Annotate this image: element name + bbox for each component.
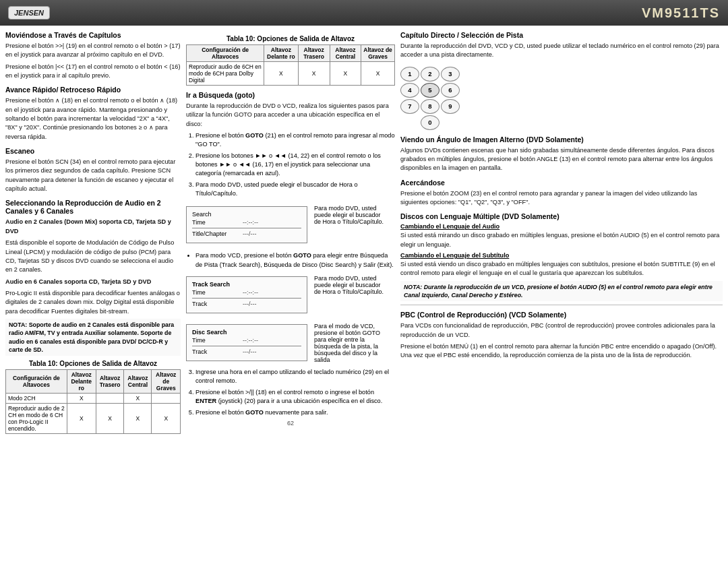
table2-row0-col2: X bbox=[298, 62, 330, 86]
numpad-0[interactable]: 0 bbox=[421, 115, 439, 130]
tracksearch-time-row: Time --:--:-- bbox=[192, 289, 301, 296]
column-middle: Tabla 10: Opciones de Salida de Altavoz … bbox=[186, 31, 395, 557]
column-left: Moviéndose a Través de Capítulos Presion… bbox=[5, 31, 181, 557]
brand-logo: JENSEN bbox=[8, 6, 50, 20]
discos-title: Discos con Lenguaje Múltiple (DVD Solame… bbox=[400, 212, 723, 220]
pbc-title: PBC (Control de Reproducción) (VCD Solam… bbox=[400, 311, 723, 319]
tracksearch-track-value: ---/--- bbox=[243, 301, 256, 307]
table1-row1-col2: X bbox=[96, 404, 124, 434]
search-box3: Disc Search Time --:--:-- Track ---/--- bbox=[186, 324, 307, 361]
table1-row1-col0: Reproducir audio de 2 CH en modo de 6 CH… bbox=[6, 404, 67, 434]
search-boxes-row3: Disc Search Time --:--:-- Track ---/--- … bbox=[186, 320, 395, 365]
table1-row0-col0: Modo 2CH bbox=[6, 394, 67, 404]
divider bbox=[400, 305, 723, 305]
section-avance-title: Avance Rápido/ Retroceso Rápido bbox=[5, 86, 181, 94]
discsearch-track-label: Track bbox=[192, 348, 243, 355]
viendo-para: Algunos DVDs contienen escenas que han s… bbox=[400, 146, 723, 173]
discos-nota: NOTA: Durante la reproducción de un VCD,… bbox=[400, 281, 723, 302]
table1: Configuración de Altavoces Altavoz Delan… bbox=[5, 369, 181, 434]
table1-header-2: Altavoz Trasero bbox=[96, 370, 124, 394]
goto-steps2: Ingrese una hora en el campo utilizando … bbox=[186, 368, 395, 417]
table1-row0-col2 bbox=[96, 394, 124, 404]
numpad: 1 2 3 4 5 6 7 8 9 0 bbox=[400, 67, 460, 130]
numpad-7[interactable]: 7 bbox=[400, 99, 419, 114]
table2-row0-col0: Reproducir audio de 6CH en modo de 6CH p… bbox=[187, 62, 264, 86]
table1-header-1: Altavoz Delante ro bbox=[67, 370, 96, 394]
goto-step6: Presione el botón GOTO nuevamente para s… bbox=[195, 408, 395, 417]
numpad-2[interactable]: 2 bbox=[421, 67, 439, 82]
table2-row0-col1: X bbox=[264, 62, 298, 86]
discsearch-track-row: Track ---/--- bbox=[192, 348, 301, 355]
search-row-time: Time --:--:-- bbox=[192, 219, 301, 226]
table2-row0-col4: X bbox=[361, 62, 395, 86]
main-content: Moviéndose a Través de Capítulos Presion… bbox=[0, 26, 728, 562]
page-header: JENSEN VM9511TS bbox=[0, 0, 728, 26]
table2-header-1: Altavoz Delante ro bbox=[264, 45, 298, 62]
goto-step4: Ingrese una hora en el campo utilizando … bbox=[195, 368, 395, 386]
seleccionando-nota: NOTA: Soporte de audio en 2 Canales está… bbox=[5, 319, 181, 356]
goto-step3: Para modo DVD, usted puede elegir el bus… bbox=[195, 181, 395, 199]
pbc-para2: Presione el botón MENÚ (1) en el control… bbox=[400, 342, 723, 361]
escaneo-para1: Presione el botón SCN (34) en el control… bbox=[5, 158, 181, 193]
discos-subheading2: Cambiando el Lenguaje del Subtítulo bbox=[400, 252, 723, 259]
tracksearch-title-row: Track Search bbox=[192, 281, 301, 288]
capitulo-directo-para: Durante la reproducción del DVD, VCD y C… bbox=[400, 42, 723, 60]
acercandose-title: Acercándose bbox=[400, 179, 723, 187]
table2: Configuración de Altavoces Altavoz Delan… bbox=[186, 44, 395, 86]
goto-note3: Para modo DVD, usted puede elegir el bus… bbox=[314, 272, 388, 317]
table2-row0-col3: X bbox=[330, 62, 361, 86]
model-number: VM9511TS bbox=[642, 5, 720, 21]
table1-row1-col1: X bbox=[67, 404, 96, 434]
discsearch-title: Disc Search bbox=[192, 329, 243, 336]
table-row: Modo 2CH X X bbox=[6, 394, 181, 404]
moviendose-para2: Presione el botón |<< (17) en el control… bbox=[5, 63, 181, 81]
table1-row0-col1: X bbox=[67, 394, 96, 404]
search-row-search: Search bbox=[192, 211, 301, 218]
goto-step2: Presione los botones ►► o ◄◄ (14, 22) en… bbox=[195, 152, 395, 179]
column-right: Capítulo Directo / Selección de Pista Du… bbox=[400, 31, 723, 557]
numpad-8[interactable]: 8 bbox=[421, 99, 439, 114]
search-row-title: Title/Chapter ---/--- bbox=[192, 230, 301, 237]
goto-bullet1: Para modo VCD, presione el botón GOTO pa… bbox=[195, 251, 395, 270]
table-row: Reproducir audio de 6CH en modo de 6CH p… bbox=[187, 62, 395, 86]
capitulo-directo-title: Capítulo Directo / Selección de Pista bbox=[400, 31, 723, 39]
tracksearch-time-value: --:--:-- bbox=[243, 289, 258, 296]
discsearch-title-row: Disc Search bbox=[192, 329, 301, 336]
numpad-5[interactable]: 5 bbox=[421, 83, 439, 98]
numpad-container: 1 2 3 4 5 6 7 8 9 0 bbox=[400, 64, 723, 130]
seleccionando-bold1: Audio en 2 Canales (Down Mix) soporta CD… bbox=[5, 218, 181, 236]
numpad-1[interactable]: 1 bbox=[400, 67, 419, 82]
section-moviendose-title: Moviéndose a Través de Capítulos bbox=[5, 31, 181, 39]
title-value: ---/--- bbox=[243, 230, 256, 237]
discsearch-time-value: --:--:-- bbox=[243, 337, 258, 344]
table1-row0-col3: X bbox=[124, 394, 152, 404]
avance-para1: Presione el botón ∧ (18) en el control r… bbox=[5, 96, 181, 142]
table1-header-3: Altavoz Central bbox=[124, 370, 152, 394]
numpad-6[interactable]: 6 bbox=[441, 83, 460, 98]
page-number: 62 bbox=[186, 420, 395, 427]
numpad-empty bbox=[400, 115, 419, 130]
search-label: Search bbox=[192, 211, 243, 218]
goto-title: Ir a Búsqueda (goto) bbox=[186, 91, 395, 99]
search-boxes-row2: Track Search Time --:--:-- Track ---/---… bbox=[186, 272, 395, 317]
numpad-4[interactable]: 4 bbox=[400, 83, 419, 98]
table1-header-4: Altavoz de Graves bbox=[152, 370, 181, 394]
discsearch-track-value: ---/--- bbox=[243, 348, 256, 355]
goto-note4: Para el modo de VCD, presione el botón G… bbox=[314, 320, 388, 365]
table2-header-4: Altavoz de Graves bbox=[361, 45, 395, 62]
table1-row0-col4 bbox=[152, 394, 181, 404]
goto-step1: Presione el botón GOTO (21) en el contro… bbox=[195, 131, 395, 150]
time-label: Time bbox=[192, 219, 243, 226]
pbc-para1: Para VCDs con funcionalidad de reproducc… bbox=[400, 321, 723, 340]
tracksearch-track-label: Track bbox=[192, 301, 243, 307]
numpad-9[interactable]: 9 bbox=[441, 99, 460, 114]
table-row: Reproducir audio de 2 CH en modo de 6 CH… bbox=[6, 404, 181, 434]
seleccionando-bold2: Audio en 6 Canales soporta CD, Tarjeta S… bbox=[5, 278, 181, 286]
goto-step5: Presione el botón >/|| (18) en el contro… bbox=[195, 388, 395, 406]
search-box1: Search Time --:--:-- Title/Chapter ---/-… bbox=[186, 206, 307, 243]
viendo-title: Viendo un Ángulo de Imagen Alterno (DVD … bbox=[400, 135, 723, 144]
goto-para: Durante la reproducción de DVD o VCD, re… bbox=[186, 102, 395, 129]
discsearch-time-label: Time bbox=[192, 337, 243, 344]
numpad-3[interactable]: 3 bbox=[441, 67, 460, 82]
search-box2: Track Search Time --:--:-- Track ---/--- bbox=[186, 276, 307, 313]
